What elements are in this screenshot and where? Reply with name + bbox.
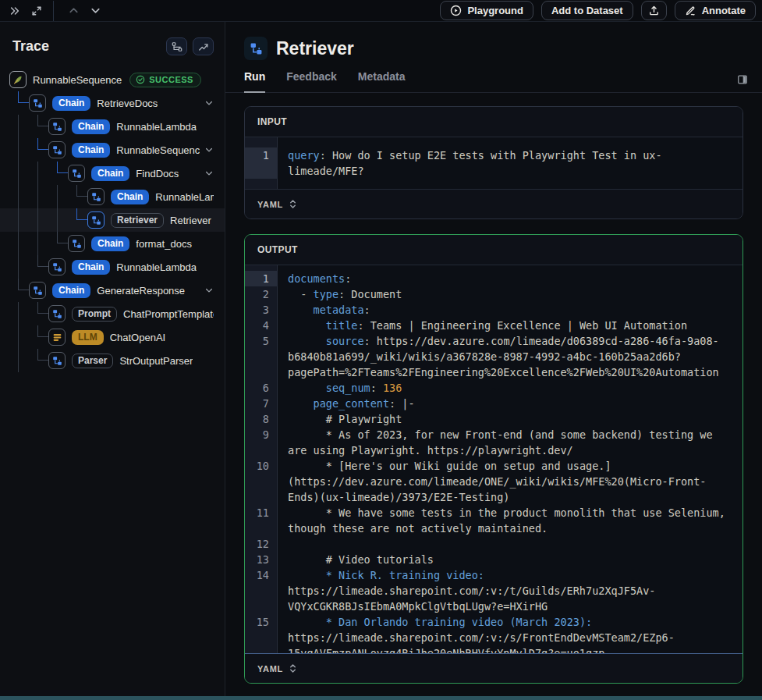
trace-node-runnablelambda[interactable]: ChainRunnableLambda	[0, 255, 225, 279]
prev-run-icon[interactable]	[63, 2, 83, 20]
share-button[interactable]	[641, 1, 667, 20]
code-line: 6 seq_num: 136	[245, 380, 743, 396]
chevron-down-icon[interactable]	[200, 98, 214, 108]
run-type-badge: Prompt	[72, 307, 117, 322]
llm-icon	[48, 329, 66, 346]
tree-guide-line	[9, 115, 29, 138]
tab-feedback[interactable]: Feedback	[286, 70, 337, 93]
retriever-run-icon	[244, 37, 268, 60]
trace-node-generateresponse[interactable]: ChainGenerateResponse	[0, 279, 225, 302]
code-text: seq_num: 136	[278, 380, 743, 396]
run-type-badge: LLM	[72, 330, 104, 345]
code-line: 2 - type: Document	[245, 286, 743, 302]
run-type-badge: Parser	[72, 354, 113, 368]
line-number: 13	[245, 552, 278, 567]
line-number: 6	[245, 380, 278, 396]
code-text: page_content: |-	[278, 396, 743, 411]
tab-run[interactable]: Run	[244, 70, 265, 93]
chevron-down-icon[interactable]	[200, 145, 214, 155]
trace-node-label: FindDocs	[136, 168, 179, 179]
sitemap-icon	[48, 352, 66, 369]
code-line: 11 * We have some tests in the product m…	[245, 505, 743, 536]
add-to-dataset-button[interactable]: Add to Dataset	[541, 1, 633, 20]
trace-node-label: RunnableLambda	[116, 121, 197, 133]
add-to-dataset-label: Add to Dataset	[551, 5, 623, 16]
expand-fullscreen-icon[interactable]	[27, 2, 47, 20]
input-format-selector[interactable]: YAML	[245, 189, 743, 219]
tree-connector-line	[48, 162, 68, 185]
playground-label: Playground	[467, 5, 523, 16]
line-number: 2	[245, 286, 278, 302]
run-type-badge: Retriever	[111, 213, 164, 228]
tree-guide-line	[9, 325, 29, 349]
trace-node-runnablesequence[interactable]: RunnableSequenceSUCCESS	[0, 68, 225, 91]
trace-node-label: ChatOpenAI	[110, 332, 166, 343]
next-run-icon[interactable]	[85, 2, 105, 20]
run-io-content: INPUT 1query: How do I setup E2E tests w…	[225, 93, 762, 696]
playground-button[interactable]: Playground	[440, 1, 533, 20]
trace-node-stroutputparser[interactable]: ParserStrOutputParser	[0, 349, 225, 372]
trace-node-finddocs[interactable]: ChainFindDocs	[0, 162, 225, 185]
trace-node-label: RunnableSequence	[33, 74, 122, 86]
tree-guide-line	[9, 255, 29, 279]
input-code-editor[interactable]: 1query: How do I setup E2E tests with Pl…	[245, 137, 743, 189]
chevron-down-icon[interactable]	[200, 286, 214, 295]
trace-node-chatprompttemplate[interactable]: PromptChatPromptTemplate	[0, 302, 225, 325]
output-code-editor[interactable]: 1documents:2 - type: Document3 metadata:…	[245, 265, 743, 653]
code-text: * We have some tests in the product mono…	[278, 505, 743, 536]
tree-connector-line	[29, 325, 48, 349]
sitemap-icon	[29, 94, 46, 112]
trace-node-label: format_docs	[136, 238, 192, 250]
trace-node-runnablelambda[interactable]: ChainRunnableLambda	[0, 115, 225, 138]
trace-node-runnablesequence[interactable]: ChainRunnableSequence	[0, 138, 225, 162]
side-panel-toggle-icon[interactable]	[737, 74, 748, 85]
tree-connector-line	[9, 91, 29, 115]
format-select-arrows-icon	[289, 663, 297, 673]
tree-connector-line	[29, 138, 48, 162]
input-format-label: YAML	[257, 200, 283, 209]
feather-icon	[9, 71, 27, 88]
tree-guide-line	[9, 138, 29, 162]
trace-node-chatopenai[interactable]: LLMChatOpenAI	[0, 325, 225, 349]
output-card-header: OUTPUT	[245, 235, 743, 265]
trace-node-retrievedocs[interactable]: ChainRetrieveDocs	[0, 91, 225, 115]
annotate-button[interactable]: Annotate	[675, 1, 756, 20]
code-text: # Video tutorials	[278, 552, 743, 567]
collapse-panel-icon[interactable]	[5, 2, 25, 20]
code-line: 8 # Playwright	[245, 411, 743, 427]
tree-guide-line	[29, 185, 48, 208]
tree-guide-line	[9, 185, 29, 208]
line-number: 10	[245, 458, 278, 505]
sitemap-icon	[29, 282, 46, 299]
code-text: * Nick R. training video: https://limead…	[278, 567, 743, 614]
output-format-label: YAML	[257, 664, 283, 673]
code-line: 1documents:	[245, 271, 743, 286]
trace-node-format-docs[interactable]: Chainformat_docs	[0, 232, 225, 255]
code-text: documents:	[278, 271, 743, 286]
trace-node-label: RetrieveDocs	[97, 98, 158, 109]
top-toolbar: Playground Add to Dataset Annotate	[0, 0, 762, 22]
code-text: query: How do I setup E2E tests with Pla…	[278, 147, 743, 179]
output-format-selector[interactable]: YAML	[245, 653, 743, 683]
tree-guide-line	[9, 162, 29, 185]
trace-node-runnablelam-[interactable]: ChainRunnableLam...	[0, 185, 225, 208]
trace-node-retriever[interactable]: RetrieverRetriever	[0, 208, 225, 232]
status-badge: SUCCESS	[129, 73, 201, 87]
code-text: * [Here's our Wiki guide on setup and us…	[278, 458, 743, 505]
waterfall-view-button[interactable]	[193, 37, 214, 55]
trace-panel-title: Trace	[12, 38, 161, 55]
tree-view-toggle-button[interactable]	[166, 37, 187, 55]
tree-guide-line	[9, 208, 29, 232]
tab-metadata[interactable]: Metadata	[358, 70, 406, 93]
trace-node-label: StrOutputParser	[119, 355, 193, 367]
sitemap-icon	[48, 118, 66, 135]
line-number: 11	[245, 505, 278, 536]
tree-connector-line	[9, 279, 29, 302]
chevron-down-icon[interactable]	[200, 169, 214, 178]
sitemap-icon	[68, 165, 85, 182]
code-line: 10 * [Here's our Wiki guide on setup and…	[245, 458, 743, 505]
bottom-divider	[0, 696, 762, 700]
run-type-badge: Chain	[111, 190, 149, 204]
check-circle-icon	[136, 75, 145, 84]
trace-panel: Trace RunnableSequenceSUCCESSChainRetrie…	[0, 22, 225, 696]
